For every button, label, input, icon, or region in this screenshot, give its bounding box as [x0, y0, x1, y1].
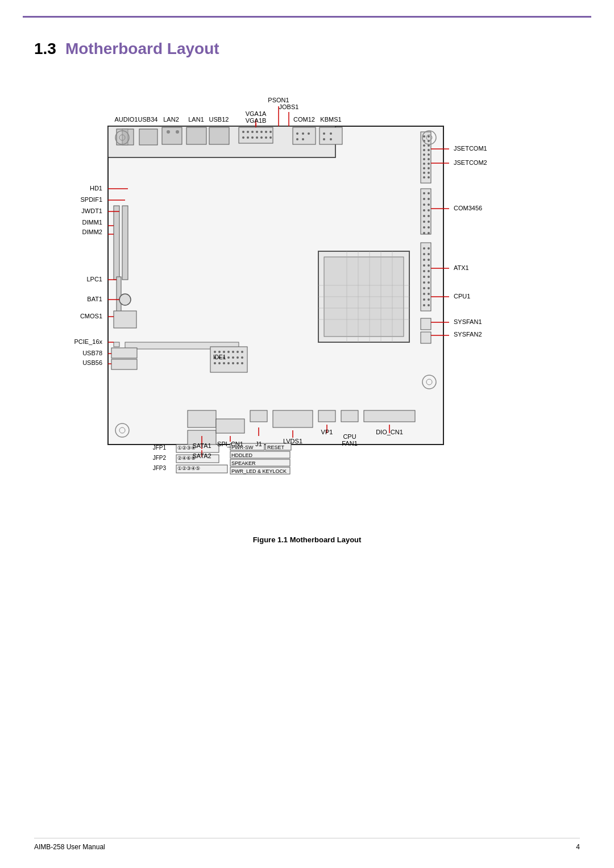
svg-point-27 — [302, 132, 304, 135]
svg-rect-98 — [421, 332, 431, 343]
svg-point-17 — [269, 131, 272, 133]
svg-point-132 — [227, 362, 230, 364]
svg-point-94 — [428, 298, 430, 301]
svg-point-84 — [428, 270, 430, 272]
svg-point-51 — [423, 167, 425, 169]
svg-rect-137 — [111, 359, 137, 369]
section-title: 1.3 Motherboard Layout — [34, 40, 580, 58]
svg-point-26 — [296, 132, 298, 135]
svg-point-126 — [232, 356, 234, 359]
svg-rect-4 — [139, 129, 157, 145]
svg-rect-140 — [114, 311, 136, 328]
svg-point-85 — [423, 276, 425, 278]
label-usb12: USB12 — [209, 116, 229, 123]
svg-rect-31 — [320, 127, 342, 144]
label-jsetcom1: JSETCOM1 — [454, 145, 487, 152]
svg-point-7 — [176, 130, 179, 134]
label-lvds1: LVDS1 — [283, 438, 302, 445]
svg-point-92 — [428, 293, 430, 295]
svg-point-72 — [423, 232, 425, 234]
svg-point-11 — [242, 131, 244, 133]
svg-point-131 — [223, 362, 225, 364]
label-j1: J1 — [255, 441, 262, 447]
svg-rect-141 — [188, 410, 216, 427]
svg-point-23 — [265, 136, 267, 139]
svg-point-93 — [423, 298, 425, 301]
label-jsetcom2: JSETCOM2 — [454, 159, 487, 166]
label-lan2: LAN2 — [163, 116, 179, 123]
label-jwdt1: JWDT1 — [81, 207, 102, 214]
svg-point-22 — [260, 136, 263, 139]
svg-point-89 — [423, 287, 425, 289]
svg-point-29 — [296, 138, 298, 140]
svg-rect-111 — [122, 206, 128, 280]
svg-point-95 — [423, 304, 425, 306]
svg-point-61 — [428, 198, 430, 200]
figure-caption: Figure 1.1 Motherboard Layout — [34, 535, 580, 544]
svg-point-70 — [423, 226, 425, 229]
svg-point-117 — [223, 351, 225, 353]
svg-point-86 — [428, 276, 430, 278]
svg-point-68 — [423, 221, 425, 223]
svg-point-130 — [218, 362, 221, 364]
svg-point-46 — [428, 153, 430, 156]
svg-point-32 — [323, 132, 325, 135]
svg-point-6 — [167, 130, 170, 134]
label-reset: RESET — [267, 445, 285, 450]
svg-point-21 — [256, 136, 258, 139]
svg-rect-36 — [421, 132, 431, 183]
svg-point-118 — [227, 351, 230, 353]
jfp3-pins: ①②③④⑤ — [177, 466, 200, 471]
svg-point-69 — [428, 221, 430, 223]
label-jobs1: JOBS1 — [279, 103, 299, 110]
svg-point-128 — [241, 356, 243, 359]
svg-point-20 — [251, 136, 254, 139]
label-vga1b: VGA1B — [246, 117, 267, 124]
label-audio1: AUDIO1 — [115, 116, 138, 123]
svg-rect-10 — [239, 127, 273, 143]
jfp2-pins: ②④⑥⑧ — [177, 455, 196, 461]
svg-point-80 — [428, 259, 430, 261]
svg-point-96 — [428, 304, 430, 306]
svg-point-53 — [423, 172, 425, 174]
svg-point-121 — [241, 351, 243, 353]
label-jfp2: JFP2 — [153, 455, 167, 461]
svg-point-24 — [269, 136, 272, 139]
svg-point-56 — [428, 176, 430, 178]
label-vga1a: VGA1A — [246, 110, 267, 117]
label-dimm1: DIMM1 — [82, 219, 102, 226]
svg-point-120 — [237, 351, 239, 353]
svg-point-125 — [227, 356, 230, 359]
svg-rect-136 — [111, 348, 137, 358]
svg-rect-112 — [114, 342, 119, 347]
svg-point-43 — [423, 149, 425, 151]
svg-point-50 — [428, 163, 430, 165]
svg-point-88 — [428, 281, 430, 284]
label-lan1: LAN1 — [188, 116, 204, 123]
svg-point-82 — [428, 264, 430, 267]
label-hd1: HD1 — [90, 185, 102, 192]
section-number: 1.3 — [34, 40, 56, 58]
label-kbms1: KBMS1 — [320, 116, 341, 123]
label-com3456: COM3456 — [454, 205, 482, 211]
svg-point-129 — [214, 362, 216, 364]
svg-point-12 — [247, 131, 249, 133]
svg-point-13 — [251, 131, 254, 133]
svg-point-19 — [247, 136, 249, 139]
svg-point-79 — [423, 259, 425, 261]
svg-point-18 — [242, 136, 244, 139]
label-pwr-led-keylock: PWR_LED & KEYLOCK — [231, 468, 287, 474]
top-border — [23, 16, 591, 18]
svg-point-37 — [423, 135, 425, 138]
svg-point-134 — [237, 362, 239, 364]
svg-point-59 — [428, 192, 430, 194]
svg-rect-110 — [114, 206, 119, 280]
svg-point-49 — [423, 163, 425, 165]
label-bat1: BAT1 — [87, 296, 102, 302]
svg-point-16 — [265, 131, 267, 133]
svg-rect-146 — [318, 410, 335, 422]
svg-point-87 — [423, 281, 425, 284]
svg-point-76 — [428, 247, 430, 250]
svg-point-135 — [241, 362, 243, 364]
label-dimm2: DIMM2 — [82, 229, 102, 235]
